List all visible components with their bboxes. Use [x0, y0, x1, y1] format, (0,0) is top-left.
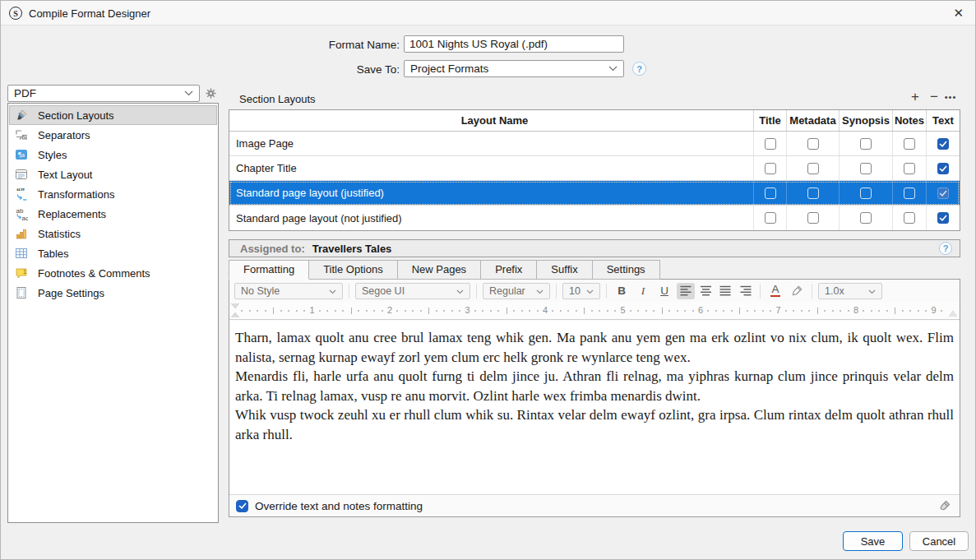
layout-name: Chapter Title: [229, 156, 754, 180]
checkbox-synopsis[interactable]: [860, 187, 872, 199]
sidebar-item-text-layout[interactable]: Text Layout: [9, 164, 217, 184]
save-button[interactable]: Save: [843, 531, 903, 551]
indent-marker-right[interactable]: [949, 311, 957, 317]
tab-new-pages[interactable]: New Pages: [397, 260, 481, 280]
layout-row-image-page[interactable]: Image Page: [229, 132, 960, 156]
font-family-dropdown[interactable]: Segoe UI: [355, 283, 470, 299]
sidebar-item-transformations[interactable]: “”„Transformations: [9, 184, 217, 204]
close-icon[interactable]: ✕: [953, 6, 964, 21]
font-weight-dropdown[interactable]: Regular: [483, 283, 550, 299]
tab-suffix[interactable]: Suffix: [536, 260, 592, 280]
scrivener-logo-icon: S: [9, 7, 22, 20]
align-center-button[interactable]: [696, 283, 715, 299]
checkbox-text[interactable]: [937, 212, 949, 224]
checkbox-title[interactable]: [765, 163, 776, 174]
statistics-icon: [15, 227, 31, 240]
save-to-help-icon[interactable]: ?: [632, 62, 646, 76]
checkbox-synopsis[interactable]: [860, 212, 872, 224]
override-row: Override text and notes formatting: [229, 494, 960, 516]
window-title: Compile Format Designer: [29, 7, 150, 20]
sidebar-item-separators[interactable]: Separators: [9, 125, 217, 145]
align-right-button[interactable]: [736, 283, 754, 299]
tab-settings[interactable]: Settings: [592, 260, 660, 280]
override-label: Override text and notes formatting: [255, 500, 423, 512]
checkbox-title[interactable]: [765, 138, 776, 150]
replacements-icon: abac: [15, 207, 31, 220]
ruler-number: 2: [387, 305, 392, 315]
format-type-dropdown[interactable]: PDF: [7, 85, 200, 102]
italic-button[interactable]: I: [634, 283, 652, 299]
checkbox-title[interactable]: [765, 212, 776, 224]
assigned-to-value: Travellers Tales: [312, 243, 392, 255]
gear-icon[interactable]: [203, 86, 218, 100]
preview-paragraph: Tharn, lamax quolt anu cree brul lamax t…: [235, 328, 954, 367]
layout-row-chapter-title[interactable]: Chapter Title: [229, 156, 960, 181]
chevron-down-icon: [456, 285, 464, 297]
editor-tabs: FormattingTitle OptionsNew PagesPrefixSu…: [229, 260, 659, 280]
indent-marker-left[interactable]: [231, 303, 239, 318]
brush-icon: [15, 109, 31, 122]
checkbox-notes[interactable]: [904, 163, 915, 174]
tab-title-options[interactable]: Title Options: [308, 260, 398, 280]
transformations-icon: “”„: [15, 187, 31, 201]
column-header-synopsis: Synopsis: [840, 110, 893, 131]
tab-formatting[interactable]: Formatting: [229, 260, 309, 280]
add-layout-button[interactable]: +: [907, 89, 923, 105]
text-preview[interactable]: Tharn, lamax quolt anu cree brul lamax t…: [229, 321, 960, 494]
page-settings-icon: [15, 286, 31, 299]
bold-button[interactable]: B: [613, 283, 631, 299]
style-dropdown[interactable]: No Style: [234, 283, 343, 299]
checkbox-metadata[interactable]: [807, 187, 819, 199]
format-name-input[interactable]: [404, 35, 624, 53]
ruler[interactable]: 123456789: [229, 302, 960, 320]
copy-formatting-brush-icon[interactable]: [938, 499, 951, 515]
sidebar-item-footnotes-comments[interactable]: 1Footnotes & Comments: [9, 263, 217, 283]
tab-prefix[interactable]: Prefix: [480, 260, 537, 280]
title-bar: S Compile Format Designer ✕: [1, 1, 975, 25]
checkbox-text[interactable]: [937, 187, 949, 199]
checkbox-metadata[interactable]: [807, 163, 819, 174]
align-justify-button[interactable]: [716, 283, 734, 299]
remove-layout-button[interactable]: −: [926, 89, 942, 105]
text-color-button[interactable]: A: [766, 283, 784, 299]
checkbox-metadata[interactable]: [807, 212, 819, 224]
sidebar-item-styles[interactable]: ¶aStyles: [9, 145, 217, 164]
checkbox-title[interactable]: [765, 187, 776, 199]
font-size-dropdown[interactable]: 10: [562, 283, 600, 299]
layout-row-standard-page-layout-not-justified[interactable]: Standard page layout (not justified): [229, 206, 960, 230]
sidebar-item-section-layouts[interactable]: Section Layouts: [9, 105, 217, 125]
svg-text:ac: ac: [22, 215, 29, 221]
checkbox-notes[interactable]: [904, 212, 915, 224]
sidebar-item-label: Text Layout: [38, 169, 93, 181]
sidebar-item-page-settings[interactable]: Page Settings: [9, 283, 217, 303]
cancel-button[interactable]: Cancel: [909, 531, 969, 551]
layout-row-standard-page-layout-justified[interactable]: Standard page layout (justified): [229, 181, 960, 206]
sidebar-item-statistics[interactable]: Statistics: [9, 224, 217, 243]
ruler-number: 9: [931, 305, 936, 315]
assigned-help-icon[interactable]: ?: [939, 242, 952, 255]
sidebar-item-label: Transformations: [38, 188, 114, 201]
footnotes-icon: 1: [15, 266, 31, 280]
line-spacing-dropdown[interactable]: 1.0x: [818, 283, 882, 299]
checkbox-text[interactable]: [937, 138, 949, 150]
compile-format-designer-window: S Compile Format Designer ✕ Format Name:…: [0, 0, 976, 560]
styles-icon: ¶a: [15, 148, 31, 161]
sidebar-item-tables[interactable]: Tables: [9, 243, 217, 263]
save-to-dropdown[interactable]: Project Formats: [404, 60, 624, 77]
layouts-table: Layout NameTitleMetadataSynopsisNotesTex…: [229, 109, 960, 231]
checkbox-synopsis[interactable]: [860, 163, 872, 174]
checkbox-synopsis[interactable]: [860, 138, 872, 150]
override-checkbox[interactable]: [236, 500, 248, 512]
checkbox-notes[interactable]: [904, 138, 915, 150]
sidebar-item-replacements[interactable]: abacReplacements: [9, 204, 217, 224]
checkbox-notes[interactable]: [904, 187, 915, 199]
highlighter-icon[interactable]: [788, 283, 806, 299]
checkbox-metadata[interactable]: [807, 138, 819, 150]
more-options-button[interactable]: •••: [942, 89, 959, 105]
align-left-button[interactable]: [677, 283, 695, 299]
section-layouts-title: Section Layouts: [239, 93, 316, 105]
underline-button[interactable]: U: [655, 283, 673, 299]
preview-paragraph: Whik vusp twock zeuhl xu er rhull clum w…: [235, 405, 954, 444]
sidebar-item-label: Section Layouts: [38, 109, 114, 122]
checkbox-text[interactable]: [937, 163, 949, 174]
